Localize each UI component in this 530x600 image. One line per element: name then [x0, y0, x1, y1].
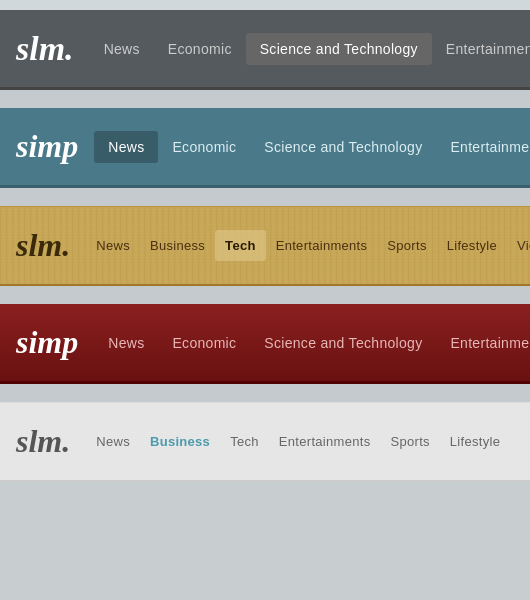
- nav-link-economic-1[interactable]: Economic: [154, 33, 246, 65]
- nav-item: Lifestyle: [440, 426, 510, 457]
- nav-item: Entertainments: [269, 426, 381, 457]
- nav-item-active: Tech: [215, 230, 266, 261]
- nav-link-business-3[interactable]: Business: [140, 230, 215, 261]
- navbar-4: simp News Economic Science and Technolog…: [0, 304, 530, 384]
- nav-item: News: [94, 327, 158, 359]
- navbar-1: slm. News Economic Science and Technolog…: [0, 10, 530, 90]
- nav-item: Economic: [158, 327, 250, 359]
- nav-item: News: [86, 426, 140, 457]
- nav-link-tech-3[interactable]: Tech: [215, 230, 266, 261]
- nav-link-entertainments-3[interactable]: Entertainments: [266, 230, 378, 261]
- gap-1: [0, 90, 530, 108]
- nav-link-entertainment-1[interactable]: Entertainment: [432, 33, 530, 65]
- gap-4: [0, 384, 530, 402]
- nav-link-tech-5[interactable]: Tech: [220, 426, 269, 457]
- nav-item: Economic: [158, 131, 250, 163]
- navbar-5: slm. News Business Tech Entertainments S…: [0, 402, 530, 482]
- nav-link-news-2[interactable]: News: [94, 131, 158, 163]
- nav-item: News: [86, 230, 140, 261]
- nav-item: Entertainments: [266, 230, 378, 261]
- nav-link-economic-4[interactable]: Economic: [158, 327, 250, 359]
- nav-link-sports-5[interactable]: Sports: [380, 426, 439, 457]
- nav-link-news-3[interactable]: News: [86, 230, 140, 261]
- nav-link-economic-2[interactable]: Economic: [158, 131, 250, 163]
- nav-link-science-4[interactable]: Science and Technology: [250, 327, 436, 359]
- nav-item: News: [90, 33, 154, 65]
- nav-link-business-5[interactable]: Business: [140, 426, 220, 457]
- nav-link-science-1[interactable]: Science and Technology: [246, 33, 432, 65]
- nav-item-active: Science and Technology: [246, 33, 432, 65]
- logo-4: simp: [0, 304, 94, 381]
- logo-5: slm.: [0, 403, 86, 480]
- nav-items-4: News Economic Science and Technology Ent…: [94, 327, 530, 359]
- nav-item: Economic: [154, 33, 246, 65]
- nav-link-news-1[interactable]: News: [90, 33, 154, 65]
- nav-item: Entertainment: [436, 131, 530, 163]
- gap-2: [0, 188, 530, 206]
- nav-item-active: Business: [140, 426, 220, 457]
- nav-item: Sports: [380, 426, 439, 457]
- nav-link-sports-3[interactable]: Sports: [377, 230, 436, 261]
- nav-link-lifestyle-3[interactable]: Lifestyle: [437, 230, 507, 261]
- navbar-2: simp News Economic Science and Technolog…: [0, 108, 530, 188]
- nav-item: Entertainment: [436, 327, 530, 359]
- nav-link-entertainment-4[interactable]: Entertainment: [436, 327, 530, 359]
- nav-item: Science and Technology: [250, 327, 436, 359]
- nav-item: Tech: [220, 426, 269, 457]
- nav-link-lifestyle-5[interactable]: Lifestyle: [440, 426, 510, 457]
- nav-item: Sports: [377, 230, 436, 261]
- nav-item: Business: [140, 230, 215, 261]
- top-bar: [0, 0, 530, 10]
- nav-items-3: News Business Tech Entertainments Sports…: [86, 230, 530, 261]
- nav-item: Science and Technology: [250, 131, 436, 163]
- logo-1: slm.: [0, 10, 90, 87]
- nav-items-5: News Business Tech Entertainments Sports…: [86, 426, 530, 457]
- gap-3: [0, 286, 530, 304]
- logo-2: simp: [0, 108, 94, 185]
- nav-link-news-4[interactable]: News: [94, 327, 158, 359]
- nav-items-2: News Economic Science and Technology Ent…: [94, 131, 530, 163]
- nav-link-science-2[interactable]: Science and Technology: [250, 131, 436, 163]
- nav-link-entertainment-2[interactable]: Entertainment: [436, 131, 530, 163]
- logo-3: slm.: [0, 207, 86, 284]
- nav-item: Lifestyle: [437, 230, 507, 261]
- nav-link-vic-3[interactable]: Vic: [507, 230, 530, 261]
- nav-link-entertainments-5[interactable]: Entertainments: [269, 426, 381, 457]
- nav-item: Entertainment: [432, 33, 530, 65]
- nav-link-news-5[interactable]: News: [86, 426, 140, 457]
- navbar-3: slm. News Business Tech Entertainments S…: [0, 206, 530, 286]
- nav-items-1: News Economic Science and Technology Ent…: [90, 33, 530, 65]
- nav-item: Vic: [507, 230, 530, 261]
- nav-item-active: News: [94, 131, 158, 163]
